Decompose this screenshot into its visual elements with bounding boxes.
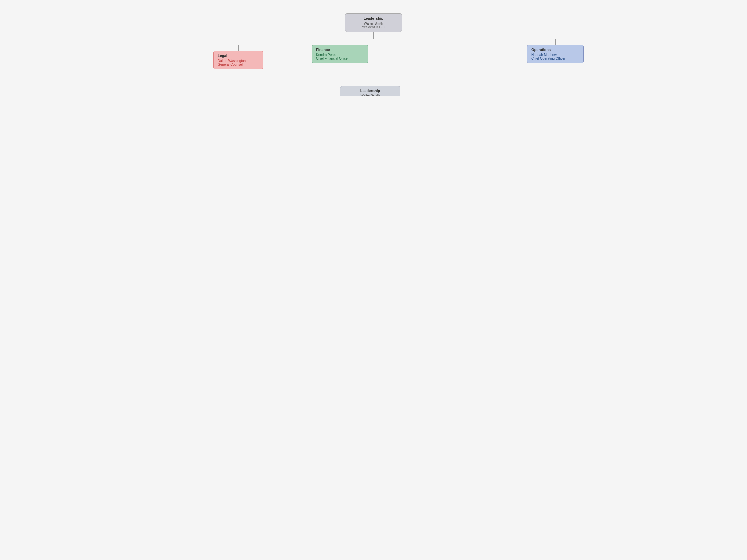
node-name: Walter Smith <box>350 22 397 25</box>
ops-v-right: Operations Hannah Matthews Chief Operati… <box>507 39 603 63</box>
node-title: Finance <box>316 48 364 52</box>
ops-vconn-wrap: Operations Hannah Matthews Chief Operati… <box>410 39 603 63</box>
node-finance: Finance Kendra Perez Chief Financial Off… <box>312 45 368 63</box>
node-leadership: Leadership Walter Smith President & CEO <box>345 14 402 32</box>
legal-branch: Legal Dalton Washington General Counsel <box>144 39 270 69</box>
finance-top-branch: Finance Kendra Perez Chief Financial Off… <box>270 39 410 63</box>
node-role: General Counsel <box>218 63 259 66</box>
node-name: Dalton Washington <box>218 59 259 63</box>
org-chart-main: .onode { position: absolute; border: 1.5… <box>144 76 603 89</box>
node-name: Walter Smith <box>344 94 396 96</box>
node-title: Legal <box>218 54 259 58</box>
level1-row: Legal Dalton Washington General Counsel … <box>7 39 740 69</box>
node-name: Hannah Matthews <box>531 53 579 57</box>
vconn <box>238 45 239 51</box>
node-role: Chief Operating Officer <box>531 57 579 60</box>
vconn <box>373 32 374 39</box>
root-section: Leadership Walter Smith President & CEO <box>345 14 402 39</box>
vconn <box>555 39 556 45</box>
node-title: Operations <box>531 48 579 52</box>
node-title: Leadership <box>350 16 397 20</box>
legal-top-conn <box>144 39 270 45</box>
node-role: President & CEO <box>350 25 397 29</box>
operations-top-branch: Operations Hannah Matthews Chief Operati… <box>410 39 603 63</box>
node-leadership: Leadership Walter Smith President & CEO <box>340 86 400 96</box>
node-title: Leadership <box>344 89 396 93</box>
node-legal: Legal Dalton Washington General Counsel <box>213 51 263 69</box>
org-chart: Leadership Walter Smith President & CEO <box>7 7 740 76</box>
vconn <box>340 39 340 45</box>
node-name: Kendra Perez <box>316 53 364 57</box>
legal-top-center: Legal Dalton Washington General Counsel <box>207 45 270 69</box>
node-operations: Operations Hannah Matthews Chief Operati… <box>527 45 584 63</box>
level1-section: Legal Dalton Washington General Counsel … <box>7 39 740 69</box>
node-role: Chief Financial Officer <box>316 57 364 60</box>
legal-top-vconns: Legal Dalton Washington General Counsel <box>144 45 270 69</box>
